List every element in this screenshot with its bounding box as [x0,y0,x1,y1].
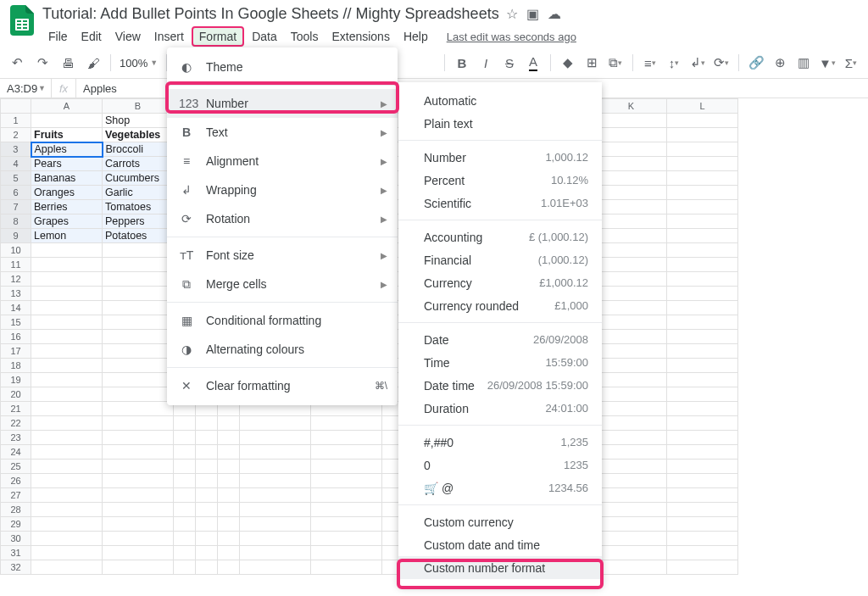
cell-A17[interactable] [31,344,103,359]
cell-B19[interactable] [103,373,174,387]
italic-icon[interactable]: I [477,54,494,71]
cell-E32[interactable] [218,560,240,575]
cell-L22[interactable] [667,416,738,431]
cell-B7[interactable]: Tomatoes [103,200,174,214]
cell-B2[interactable]: Vegetables [103,128,174,142]
cell-B5[interactable]: Cucumbers [103,171,174,186]
cell-E30[interactable] [218,532,240,546]
cell-D30[interactable] [196,532,218,546]
cell-K21[interactable] [596,402,667,416]
cell-A1[interactable] [31,114,103,128]
cell-F25[interactable] [240,460,311,474]
cell-G23[interactable] [311,431,382,445]
cell-K25[interactable] [596,460,667,474]
subitem-time[interactable]: Time15:59:00 [398,351,602,374]
cell-B14[interactable] [103,301,174,315]
cell-F27[interactable] [240,488,311,503]
cell-D28[interactable] [196,503,218,517]
cell-L28[interactable] [667,503,738,517]
cell-K8[interactable] [596,214,667,229]
cell-L18[interactable] [667,359,738,373]
cell-A27[interactable] [31,488,103,503]
cell-A32[interactable] [31,560,103,575]
cell-A3[interactable]: Apples [31,142,103,157]
cell-B20[interactable] [103,387,174,402]
cell-D27[interactable] [196,488,218,503]
cell-L14[interactable] [667,301,738,315]
cell-A6[interactable]: Oranges [31,186,103,200]
cell-B25[interactable] [103,460,174,474]
cell-F28[interactable] [240,503,311,517]
redo-icon[interactable]: ↷ [34,54,51,71]
cell-E24[interactable] [218,445,240,460]
subitem-date[interactable]: Date26/09/2008 [398,328,602,351]
cell-K15[interactable] [596,315,667,330]
cell-K16[interactable] [596,330,667,344]
menu-file[interactable]: File [42,27,74,46]
cell-L10[interactable] [667,243,738,258]
cell-E31[interactable] [218,546,240,560]
cell-A7[interactable]: Berries [31,200,103,214]
cell-B23[interactable] [103,431,174,445]
cell-D24[interactable] [196,445,218,460]
cell-F29[interactable] [240,517,311,532]
strike-icon[interactable]: S [501,54,518,71]
textcolor-icon[interactable]: A [525,54,542,71]
cell-C31[interactable] [174,546,196,560]
cell-K30[interactable] [596,532,667,546]
cell-B9[interactable]: Potatoes [103,229,174,243]
cell-A23[interactable] [31,431,103,445]
comment-icon[interactable]: ⊕ [771,54,788,71]
cell-A12[interactable] [31,272,103,287]
menuitem-mergecells[interactable]: ⧉Merge cells▶ [167,270,398,298]
cell-B10[interactable] [103,243,174,258]
cell-B8[interactable]: Peppers [103,214,174,229]
menuitem-wrapping[interactable]: ↲Wrapping▶ [167,175,398,204]
cell-G26[interactable] [311,474,382,488]
cell-G31[interactable] [311,546,382,560]
subitem-custom-currency[interactable]: Custom currency [398,510,602,533]
menu-format[interactable]: Format [192,26,244,47]
subitem-cart[interactable]: 🛒 @1234.56 [398,476,602,499]
name-box[interactable]: A3:D9▼ [0,82,51,95]
cell-K1[interactable] [596,114,667,128]
cell-K6[interactable] [596,186,667,200]
cell-B22[interactable] [103,416,174,431]
cell-D31[interactable] [196,546,218,560]
menuitem-text[interactable]: BText▶ [167,118,398,147]
subitem-duration[interactable]: Duration24:01:00 [398,397,602,420]
menuitem-number[interactable]: 123Number▶ [167,89,398,118]
cell-L24[interactable] [667,445,738,460]
cell-K19[interactable] [596,373,667,387]
cell-L13[interactable] [667,287,738,301]
doc-title[interactable]: Tutorial: Add Bullet Points In Google Sh… [42,5,499,23]
cell-B32[interactable] [103,560,174,575]
cell-B15[interactable] [103,315,174,330]
subitem-zero[interactable]: 01235 [398,454,602,476]
cell-E22[interactable] [218,416,240,431]
cell-G22[interactable] [311,416,382,431]
cell-B12[interactable] [103,272,174,287]
cell-G28[interactable] [311,503,382,517]
cell-K31[interactable] [596,546,667,560]
move-icon[interactable]: ▣ [526,6,539,22]
cell-K11[interactable] [596,258,667,272]
cell-K24[interactable] [596,445,667,460]
bold-icon[interactable]: B [453,54,470,71]
cell-A14[interactable] [31,301,103,315]
cell-A10[interactable] [31,243,103,258]
menu-data[interactable]: Data [246,27,283,46]
last-edit[interactable]: Last edit was seconds ago [441,28,582,46]
cell-L6[interactable] [667,186,738,200]
menu-view[interactable]: View [109,27,147,46]
cell-K10[interactable] [596,243,667,258]
cell-C25[interactable] [174,460,196,474]
valign-icon[interactable]: ↕▾ [665,54,682,71]
cell-K12[interactable] [596,272,667,287]
cell-L1[interactable] [667,114,738,128]
subitem-currency-rounded[interactable]: Currency rounded£1,000 [398,294,602,317]
cell-K4[interactable] [596,157,667,171]
menu-extensions[interactable]: Extensions [326,27,395,46]
cell-A2[interactable]: Fruits [31,128,103,142]
cell-C30[interactable] [174,532,196,546]
